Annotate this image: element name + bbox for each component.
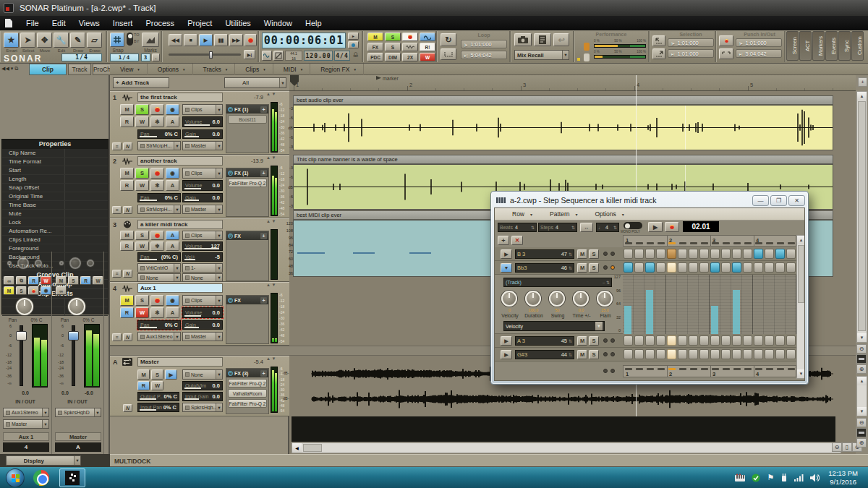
pan-knob[interactable] (68, 298, 85, 315)
ruler-add-button[interactable]: + (858, 77, 867, 87)
send-knob-2[interactable] (35, 260, 42, 267)
row-solo-button[interactable]: S (589, 263, 599, 273)
step-cell[interactable] (634, 349, 644, 359)
loop-button[interactable]: ↻ (441, 33, 456, 46)
trackbtn-R[interactable]: R (120, 241, 134, 251)
snap-grid-button[interactable] (110, 33, 124, 47)
state-S-button[interactable]: S (385, 43, 401, 51)
timeline-ruler[interactable]: 12345marker (289, 75, 856, 91)
fx-bin-header[interactable]: ⏻FX (1)+ (226, 168, 268, 177)
property-mute[interactable]: Mute (2, 210, 108, 218)
step-cell[interactable] (689, 262, 698, 273)
mono-poly-toggle[interactable] (624, 222, 642, 229)
step-cell[interactable] (786, 349, 796, 359)
track-name[interactable]: Aux 1 (137, 283, 223, 293)
state-DIM-button[interactable]: DIM (385, 53, 401, 61)
go-end-button[interactable]: ▶| (244, 50, 255, 59)
track-filter-dropdown[interactable]: All▼ (224, 77, 286, 88)
step-cell[interactable] (732, 349, 741, 359)
row-mute-button[interactable]: M (577, 249, 587, 259)
step-cell[interactable] (765, 249, 774, 259)
output-dropdown[interactable]: Master▼ (182, 332, 223, 341)
fader-handle[interactable] (68, 331, 79, 341)
snap-marks-button[interactable] (142, 33, 159, 47)
step-cell[interactable] (645, 249, 655, 259)
track-2[interactable]: 2another track-13.9▲ ▼MS◉Clips▼RW✻AVolum… (110, 155, 289, 218)
layers-button[interactable]: ≡ (112, 333, 122, 341)
row-mute-button[interactable]: M (577, 263, 587, 273)
row-note-field[interactable]: B 347⇅ (515, 249, 574, 259)
metronome-icon[interactable]: 🕭 (352, 51, 359, 59)
trackbtn-A[interactable]: A (166, 307, 179, 318)
step-cell[interactable] (634, 335, 644, 346)
knob-duration[interactable] (525, 291, 541, 307)
trackbtn-M[interactable]: M (120, 231, 134, 240)
trackbtn-A[interactable]: A (166, 231, 179, 240)
vzoom2-slider[interactable] (856, 428, 867, 437)
network-icon[interactable] (794, 474, 804, 481)
row-note-field[interactable]: Bb346⇅ (515, 263, 574, 273)
step-cell[interactable] (689, 249, 698, 259)
track-collapse-icon[interactable]: ▲ ▼ (266, 283, 276, 287)
fx-bin-header[interactable]: ⏻FX (3)+ (226, 369, 268, 377)
step-cell[interactable] (678, 262, 687, 273)
delete-row-button[interactable]: ✕ (511, 236, 523, 245)
step-cell[interactable] (656, 262, 665, 273)
trackbtn-M[interactable]: M (120, 104, 134, 115)
step-cell[interactable] (667, 335, 676, 346)
add-row-button[interactable]: + (498, 236, 509, 245)
input-dropdown[interactable]: VrtlCntrlO▼ (137, 263, 181, 273)
trackbtn-S[interactable]: S (135, 295, 149, 306)
trackbtn-A[interactable]: A (166, 180, 179, 191)
tab-track[interactable]: Track (68, 64, 91, 75)
loop-end[interactable]: ▸|5:04:042 (461, 51, 507, 59)
clips-dropdown[interactable]: Clips▼ (182, 168, 223, 179)
vzoom-in-button[interactable]: ⊕ (856, 364, 867, 374)
tempo-display[interactable]: 120.00 (304, 51, 333, 61)
fit-button[interactable]: ↔ (580, 223, 593, 232)
play-button[interactable]: ▶ (199, 34, 213, 46)
state-R!-button[interactable]: R! (420, 43, 435, 51)
stop-button[interactable]: ■ (184, 34, 197, 46)
display-dropdown[interactable]: Display▼ (6, 455, 81, 466)
track-name[interactable]: the first track (137, 93, 223, 102)
output-dropdown-1[interactable]: Master▼ (3, 419, 49, 429)
rewind-button[interactable]: ◀◀ (169, 34, 182, 46)
trackbtn-phase[interactable]: ◉ (166, 104, 179, 115)
fx-add-icon[interactable]: + (260, 233, 267, 239)
expand-row-button[interactable]: ▶ (501, 249, 512, 259)
trackbtn-play[interactable]: ▶ (165, 369, 177, 380)
steps-field[interactable]: Steps4⇅ (538, 223, 577, 232)
trackbtn-R[interactable]: R (120, 180, 134, 191)
power-icon[interactable] (780, 474, 788, 482)
side-tab-custom[interactable]: Custom (851, 31, 864, 61)
automation-button[interactable]: N (123, 404, 132, 412)
velocity-bar[interactable] (711, 306, 718, 334)
erase-tool-button[interactable]: ▱ (87, 33, 102, 48)
patch-dropdown[interactable]: None▼ (182, 273, 223, 282)
seq-scroll-down[interactable]: ▼ (797, 369, 805, 378)
tool-snap-value[interactable]: 1/4 (61, 53, 102, 61)
meter-display[interactable]: 4/4 (334, 51, 350, 61)
bank-dropdown[interactable]: None▼ (137, 273, 181, 282)
step-cell[interactable] (634, 249, 644, 259)
fx-add-icon[interactable]: + (260, 297, 267, 304)
property-snap-offset[interactable]: Snap Offset (2, 184, 108, 192)
step-sequencer-titlebar[interactable]: a-2.cwp - Step Sequencer a killer midi t… (494, 194, 805, 207)
step-cell[interactable] (645, 335, 655, 346)
track-name[interactable]: a killer midi track (137, 220, 223, 229)
seq-scroll-up[interactable]: ▲ (797, 236, 805, 244)
strip-btn-top-R[interactable]: R (80, 276, 91, 285)
trackbtn-R[interactable]: R (137, 381, 150, 390)
send-knob-1[interactable] (17, 257, 29, 269)
state-rec-button[interactable] (402, 33, 418, 41)
punch-out[interactable]: ▸|5:04:042 (736, 49, 782, 58)
strip-btn-top-S[interactable]: S (68, 276, 79, 285)
clips-vscrollbar[interactable]: ▲ ▼ (856, 91, 867, 343)
property-time-format[interactable]: Time Format (2, 158, 108, 166)
property-clips-linked[interactable]: Clips Linked (2, 236, 108, 244)
step-cell[interactable] (721, 349, 731, 359)
step-cell[interactable] (786, 335, 796, 346)
trackbtn-phase[interactable]: ◉ (166, 168, 179, 179)
property-time-base[interactable]: Time Base (2, 201, 108, 210)
